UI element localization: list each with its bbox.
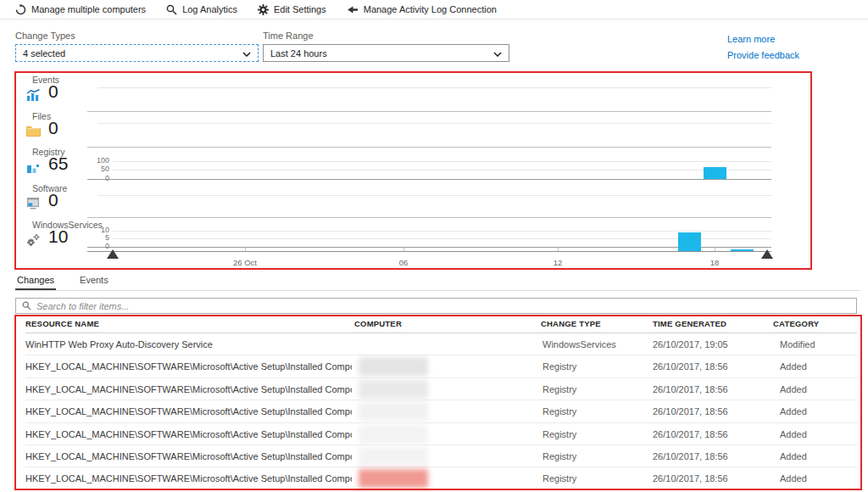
change-tracking-page: Manage multiple computers Log Analytics … bbox=[0, 0, 868, 492]
chart-series-software[interactable]: Software0 bbox=[20, 183, 100, 215]
x-axis-tick-label: 12 bbox=[539, 258, 576, 267]
column-header-category[interactable]: CATEGORY bbox=[773, 319, 819, 328]
chart-gridline bbox=[113, 238, 771, 239]
cell-time-generated: 26/10/2017, 19:05 bbox=[653, 333, 728, 355]
chart-series-count: 0 bbox=[48, 190, 58, 210]
cell-change-type: WindowsServices bbox=[542, 333, 616, 355]
table-row[interactable]: HKEY_LOCAL_MACHINE\SOFTWARE\Microsoft\Ac… bbox=[0, 467, 868, 489]
brush-handle-left[interactable] bbox=[107, 249, 119, 259]
y-axis-tick-label: 50 bbox=[86, 165, 109, 173]
x-axis-tick-mark bbox=[403, 248, 404, 251]
x-axis-tick-mark bbox=[715, 248, 715, 251]
chart-gridline bbox=[87, 217, 771, 218]
cell-category: Modified bbox=[780, 333, 815, 355]
chart-series-count: 10 bbox=[48, 226, 68, 247]
cell-resource-name: WinHTTP Web Proxy Auto-Discovery Service bbox=[25, 333, 213, 355]
chart-gridline bbox=[87, 179, 771, 180]
tab-changes[interactable]: Changes bbox=[15, 275, 56, 290]
cell-change-type: Registry bbox=[542, 378, 576, 400]
cell-resource-name: HKEY_LOCAL_MACHINE\SOFTWARE\Microsoft\Ac… bbox=[25, 445, 352, 467]
chart-series-count: 0 bbox=[48, 81, 58, 102]
table-row[interactable]: HKEY_LOCAL_MACHINE\SOFTWARE\Microsoft\Ac… bbox=[0, 400, 868, 422]
search-icon bbox=[22, 299, 31, 314]
registry-bar[interactable] bbox=[704, 167, 726, 179]
column-header-change-type[interactable]: CHANGE TYPE bbox=[541, 319, 601, 328]
row-divider bbox=[25, 489, 858, 490]
table-row[interactable]: HKEY_LOCAL_MACHINE\SOFTWARE\Microsoft\Ac… bbox=[0, 378, 868, 400]
cell-category: Added bbox=[780, 400, 807, 422]
redacted-computer-name bbox=[359, 402, 428, 421]
tabs-divider bbox=[15, 290, 860, 291]
table-row[interactable]: WinHTTP Web Proxy Auto-Discovery Service… bbox=[0, 333, 868, 355]
y-axis-tick-label: 0 bbox=[86, 243, 109, 250]
cell-change-type: Registry bbox=[542, 400, 576, 422]
y-axis-tick-label: 100 bbox=[86, 157, 109, 165]
chart-gridline bbox=[97, 195, 771, 196]
windowsservices-bar[interactable] bbox=[678, 232, 701, 251]
chart-gridline bbox=[113, 170, 771, 171]
cell-change-type: Registry bbox=[542, 445, 576, 467]
chart-gridline bbox=[87, 247, 771, 248]
search-input[interactable] bbox=[36, 301, 850, 311]
y-axis-tick-label: 5 bbox=[86, 234, 109, 242]
chart-gridline bbox=[97, 123, 771, 124]
x-axis-tick-mark bbox=[245, 248, 246, 251]
chart-series-files[interactable]: Files0 bbox=[20, 111, 100, 143]
time-axis bbox=[87, 251, 771, 252]
column-header-time-generated[interactable]: TIME GENERATED bbox=[653, 319, 726, 328]
search-filter-box[interactable] bbox=[15, 298, 857, 314]
chart-series-count: 65 bbox=[48, 154, 68, 174]
cell-category: Added bbox=[780, 355, 807, 377]
cell-time-generated: 26/10/2017, 18:56 bbox=[653, 467, 728, 489]
cell-category: Added bbox=[780, 445, 807, 467]
chart-gridline bbox=[87, 111, 771, 112]
cell-category: Added bbox=[780, 378, 807, 400]
cell-time-generated: 26/10/2017, 18:56 bbox=[653, 355, 728, 377]
cell-time-generated: 26/10/2017, 18:56 bbox=[653, 445, 728, 467]
table-body: WinHTTP Web Proxy Auto-Discovery Service… bbox=[0, 333, 868, 490]
chart-gridline bbox=[97, 87, 771, 88]
redacted-computer-name bbox=[359, 469, 428, 488]
cell-resource-name: HKEY_LOCAL_MACHINE\SOFTWARE\Microsoft\Ac… bbox=[25, 467, 352, 489]
table-header: RESOURCE NAME COMPUTER CHANGE TYPE TIME … bbox=[0, 319, 868, 333]
table-row[interactable]: HKEY_LOCAL_MACHINE\SOFTWARE\Microsoft\Ac… bbox=[0, 355, 868, 377]
table-row[interactable]: HKEY_LOCAL_MACHINE\SOFTWARE\Microsoft\Ac… bbox=[0, 445, 868, 467]
cell-category: Added bbox=[780, 467, 807, 489]
column-header-resource-name[interactable]: RESOURCE NAME bbox=[25, 319, 99, 328]
redacted-computer-name bbox=[359, 357, 428, 376]
cell-resource-name: HKEY_LOCAL_MACHINE\SOFTWARE\Microsoft\Ac… bbox=[25, 355, 352, 377]
windows-services-icon bbox=[26, 233, 41, 250]
x-axis-tick-label: 18 bbox=[696, 258, 733, 267]
cell-resource-name: HKEY_LOCAL_MACHINE\SOFTWARE\Microsoft\Ac… bbox=[25, 423, 352, 445]
software-icon bbox=[26, 197, 41, 213]
chart-gridline bbox=[113, 161, 771, 162]
redacted-computer-name bbox=[359, 425, 428, 444]
column-header-computer[interactable]: COMPUTER bbox=[354, 319, 402, 328]
chart-series-events[interactable]: Events0 bbox=[20, 75, 100, 107]
chart-gridline bbox=[87, 147, 771, 148]
table-row[interactable]: HKEY_LOCAL_MACHINE\SOFTWARE\Microsoft\Ac… bbox=[0, 423, 868, 445]
brush-handle-right[interactable] bbox=[761, 249, 773, 259]
tab-events[interactable]: Events bbox=[78, 275, 110, 290]
cell-change-type: Registry bbox=[542, 467, 576, 489]
redacted-computer-name bbox=[359, 380, 428, 399]
x-axis-tick-label: 06 bbox=[385, 258, 422, 267]
cell-time-generated: 26/10/2017, 18:56 bbox=[653, 400, 728, 422]
cell-change-type: Registry bbox=[542, 355, 576, 377]
cell-time-generated: 26/10/2017, 18:56 bbox=[653, 423, 728, 445]
y-axis-tick-label: 0 bbox=[86, 175, 109, 182]
chart-series-count: 0 bbox=[48, 118, 58, 138]
files-icon bbox=[26, 125, 41, 140]
cell-resource-name: HKEY_LOCAL_MACHINE\SOFTWARE\Microsoft\Ac… bbox=[25, 378, 352, 400]
cell-change-type: Registry bbox=[542, 423, 576, 445]
redacted-computer-name bbox=[359, 447, 428, 466]
x-axis-tick-label: 26 Oct bbox=[226, 258, 264, 267]
cell-category: Added bbox=[780, 423, 807, 445]
cell-resource-name: HKEY_LOCAL_MACHINE\SOFTWARE\Microsoft\Ac… bbox=[25, 400, 352, 422]
cell-time-generated: 26/10/2017, 18:56 bbox=[653, 378, 728, 400]
results-tabs: Changes Events bbox=[15, 275, 110, 290]
events-icon bbox=[26, 88, 41, 105]
chart-gridline bbox=[113, 231, 771, 232]
registry-icon bbox=[26, 160, 40, 177]
x-axis-tick-mark bbox=[558, 248, 559, 251]
